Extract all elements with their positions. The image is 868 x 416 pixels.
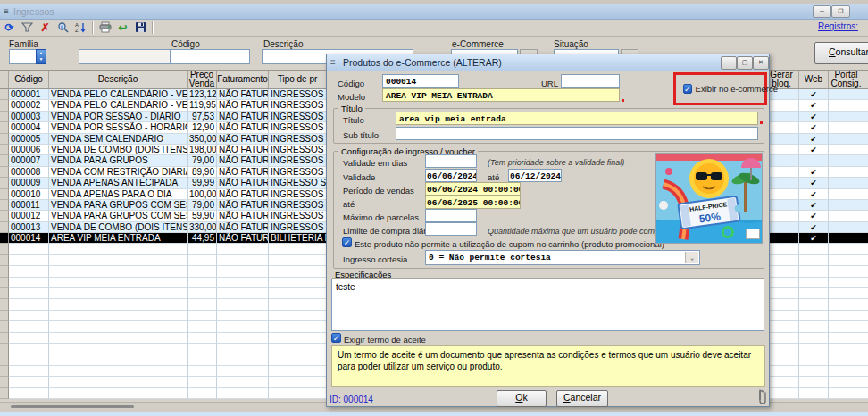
- termo-checkbox-label: Exigir termo de aceite: [344, 335, 426, 345]
- table-row[interactable]: 000006VENDA DE COMBO (DOIS ITENS 1 QTD 1…: [0, 145, 326, 155]
- web-check-icon: ✔: [799, 200, 829, 211]
- table-row-right[interactable]: ✔: [764, 222, 868, 233]
- table-row-right[interactable]: ✔: [764, 167, 868, 178]
- dlg-modelo-input[interactable]: AREA VIP MEIA ENTRADA: [382, 88, 620, 102]
- print-icon[interactable]: [98, 21, 112, 34]
- validade-de-input[interactable]: 06/06/2024: [425, 169, 477, 182]
- table-row[interactable]: 000009VENDA APENAS ANTECIPADA 99,99NÃO F…: [0, 178, 326, 188]
- table-row-right[interactable]: ✔: [764, 134, 868, 145]
- dialog-maximize-button[interactable]: ▢: [737, 56, 753, 70]
- especificacoes-textarea[interactable]: teste: [331, 279, 764, 331]
- validade-ate-input[interactable]: 06/12/2024: [508, 169, 562, 182]
- table-row-right[interactable]: ✔: [764, 233, 868, 244]
- dialog-close-button[interactable]: ✕: [753, 56, 769, 70]
- clear-filter-icon[interactable]: ✗: [38, 21, 52, 34]
- cupom-checkbox[interactable]: ✓: [342, 237, 352, 247]
- consultar-button[interactable]: Consultar: [814, 42, 868, 64]
- empty-row: [0, 388, 326, 399]
- cortesia-select[interactable]: 0 = Não permite cortesia ⌄: [425, 250, 700, 265]
- row-selector[interactable]: [0, 134, 9, 145]
- minimize-button[interactable]: ─: [813, 5, 831, 18]
- row-selector[interactable]: [0, 89, 9, 100]
- table-row-right[interactable]: ✔: [764, 89, 868, 100]
- parcelas-input[interactable]: [425, 209, 477, 222]
- row-selector[interactable]: [0, 122, 9, 133]
- table-row[interactable]: 000013VENDA DE COMBO (DOIS ITENS 2 QTD 3…: [0, 222, 326, 233]
- periodo-label: Período de vendas: [343, 186, 414, 196]
- periodo-de-input[interactable]: 06/06/2024 00:00:00: [425, 182, 521, 196]
- dialog-menu-icon[interactable]: ≡: [330, 57, 336, 67]
- table-row-right[interactable]: ✔: [764, 189, 868, 200]
- col-header-portal-consig[interactable]: PortalConsig.: [829, 71, 864, 88]
- col-header-faturamento[interactable]: Faturamento: [217, 71, 269, 88]
- registros-link[interactable]: Registros:: [818, 21, 858, 31]
- row-selector[interactable]: [0, 222, 9, 233]
- familia-input[interactable]: [9, 49, 37, 64]
- table-row[interactable]: 000005VENDA SEM CALENDÁRIO 350,00NÃO FAT…: [0, 134, 326, 145]
- col-header-descricao[interactable]: Descrição: [49, 71, 188, 88]
- table-row[interactable]: 000012VENDA PARA GRUPOS COM SESSÃO e 59,…: [0, 211, 326, 221]
- periodo-ate-input[interactable]: 06/06/2025 00:00:00: [425, 196, 521, 209]
- dlg-codigo-input[interactable]: 000014: [382, 74, 459, 88]
- termo-textarea[interactable]: Um termo de aceite é um documento que ap…: [331, 345, 765, 387]
- image-browse-button[interactable]: [746, 229, 760, 239]
- table-row[interactable]: 000010VENDA APENAS PARA O DIA 100,00NÃO …: [0, 189, 326, 200]
- scrollbar-thumb[interactable]: [11, 405, 134, 408]
- limite-input[interactable]: [425, 222, 477, 236]
- col-header-preco[interactable]: PreçoVenda: [188, 71, 217, 88]
- id-link[interactable]: ID: 000014: [330, 395, 373, 404]
- table-row[interactable]: 000004VENDA POR SESSÃO - HORÁRIO 12,90NÃ…: [0, 122, 326, 133]
- table-row-right[interactable]: ✔: [764, 112, 868, 122]
- dlg-url-input[interactable]: [561, 74, 620, 88]
- product-image[interactable]: HALF-PRICE 50%: [655, 153, 763, 244]
- row-selector[interactable]: [0, 233, 9, 244]
- codigo-filter-input[interactable]: [170, 49, 250, 64]
- paperclip-icon[interactable]: [756, 388, 766, 410]
- filter-icon[interactable]: [21, 21, 34, 34]
- table-row[interactable]: 000003VENDA POR SESSÃO - DIÁRIO 97,53NÃO…: [0, 112, 326, 122]
- table-row-right[interactable]: ✔: [764, 211, 868, 221]
- row-selector[interactable]: [0, 211, 9, 221]
- menu-icon[interactable]: ≡: [4, 6, 9, 16]
- undo-icon[interactable]: ↩: [116, 21, 129, 34]
- col-header-tipo[interactable]: Tipo de pr: [269, 71, 326, 88]
- table-row[interactable]: 000008VENDA COM RESTRIÇÃO DIÁRIA (SAB- 8…: [0, 167, 326, 178]
- row-selector[interactable]: [0, 189, 9, 200]
- row-selector[interactable]: [0, 145, 9, 155]
- table-row[interactable]: 000002VENDA PELO CALENDÁRIO - VENCIME 11…: [0, 100, 326, 111]
- dlg-subtitulo-input[interactable]: [396, 127, 758, 140]
- row-selector[interactable]: [0, 167, 9, 178]
- restore-button[interactable]: ❐: [831, 5, 850, 18]
- dlg-titulo-input[interactable]: area vip meia entrada: [396, 112, 758, 125]
- refresh-icon[interactable]: ⟳: [3, 21, 16, 34]
- table-row[interactable]: 000011VENDA PARA GRUPOS COM SESSÃO e 79,…: [0, 200, 326, 211]
- required-marker: [760, 121, 763, 124]
- table-row-right[interactable]: ✔: [764, 145, 868, 155]
- row-selector[interactable]: [0, 178, 9, 188]
- sort-icon[interactable]: AZ: [74, 21, 88, 34]
- search-icon[interactable]: i: [56, 21, 70, 34]
- row-selector[interactable]: [0, 100, 9, 111]
- row-selector[interactable]: [0, 112, 9, 122]
- table-row-right[interactable]: ✔: [764, 200, 868, 211]
- exibir-checkbox[interactable]: ✓: [683, 84, 692, 94]
- table-row[interactable]: 000001VENDA PELO CALENDÁRIO - VENCIME 12…: [0, 89, 326, 100]
- save-icon[interactable]: [134, 21, 147, 34]
- ok-button[interactable]: Ok: [497, 390, 547, 407]
- row-selector[interactable]: [0, 155, 9, 166]
- cancel-button[interactable]: Cancelar: [556, 390, 608, 407]
- dialog-minimize-button[interactable]: ─: [721, 56, 737, 70]
- row-selector[interactable]: [0, 200, 9, 211]
- table-row-right[interactable]: ✔: [764, 178, 868, 188]
- familia-spinner[interactable]: ▲▼: [36, 49, 46, 64]
- chevron-down-icon[interactable]: ⌄: [685, 252, 698, 263]
- validade-dias-input[interactable]: [425, 154, 477, 168]
- table-row[interactable]: 000007VENDA PARA GRUPOS 79,00NÃO FATURAR…: [0, 155, 326, 166]
- table-row[interactable]: 000014AREA VIP MEIA ENTRADA 44,95NÃO FAT…: [0, 233, 326, 244]
- col-header-codigo[interactable]: Código: [9, 71, 49, 88]
- table-row-right[interactable]: ✔: [764, 100, 868, 111]
- col-header-web[interactable]: Web: [799, 71, 829, 88]
- table-row-right[interactable]: [764, 155, 868, 166]
- termo-checkbox[interactable]: ✓: [331, 333, 341, 343]
- table-row-right[interactable]: ✔: [764, 122, 868, 133]
